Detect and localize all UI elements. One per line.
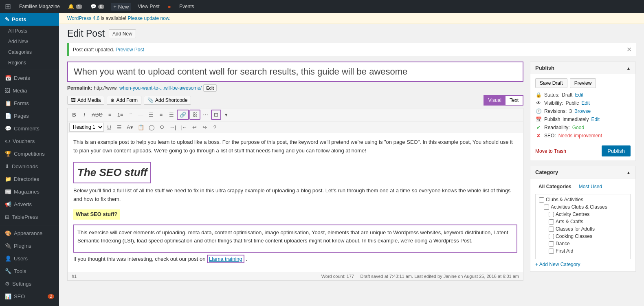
link-button[interactable]: 🔗 <box>177 110 189 120</box>
cat-item-cooking[interactable]: Cooking Classes <box>537 233 629 240</box>
llama-training-link[interactable]: Llama training <box>209 256 242 262</box>
italic-button[interactable]: I <box>79 110 89 119</box>
text-tab[interactable]: Text <box>506 96 523 105</box>
paste-button[interactable]: 📋 <box>136 123 146 132</box>
permalink-slug[interactable]: when-you-want-to-...will-be-awesome/ <box>119 85 202 91</box>
underline-button[interactable]: U <box>104 123 114 132</box>
add-new-button[interactable]: Add New <box>109 29 136 38</box>
sidebar-subitem-regions[interactable]: Regions <box>0 57 59 68</box>
sidebar-item-events[interactable]: 📅 Events <box>0 72 59 84</box>
save-draft-button[interactable]: Save Draft <box>535 78 567 88</box>
publish-edit-link[interactable]: Edit <box>591 117 600 122</box>
preview-button[interactable]: Preview <box>570 78 596 88</box>
cat-checkbox-activity-centres[interactable] <box>549 212 554 217</box>
align-right-button[interactable]: ☰ <box>167 110 176 119</box>
blockquote-button[interactable]: " <box>126 110 136 119</box>
insert-more-button[interactable]: ⋯ <box>201 110 211 119</box>
cat-checkbox-arts-crafts[interactable] <box>549 219 554 225</box>
sidebar-item-seo[interactable]: 📊 SEO 2 <box>0 290 59 303</box>
wp-version-link[interactable]: WordPress 4.6 <box>67 15 99 21</box>
all-categories-tab[interactable]: All Categories <box>535 183 575 191</box>
sidebar-item-forms[interactable]: 📋 Forms <box>0 97 59 110</box>
move-trash-link[interactable]: Move to Trash <box>535 148 566 154</box>
cat-item-clubs[interactable]: Clubs & Activities <box>537 196 629 203</box>
add-category-link[interactable]: + Add New Category <box>535 262 631 267</box>
sidebar-item-posts[interactable]: ✎ Posts <box>0 13 59 26</box>
notification-icon[interactable]: 🔔 1 <box>66 4 84 9</box>
wp-logo-icon[interactable]: ⊞ <box>3 2 13 11</box>
new-button[interactable]: + New <box>111 3 131 11</box>
outdent-button[interactable]: |← <box>178 123 189 132</box>
text-color-button[interactable]: A▾ <box>125 123 135 132</box>
align-center-button[interactable]: ≡ <box>156 110 166 119</box>
add-shortcode-button[interactable]: 📎 Add Shortcode <box>144 96 191 105</box>
publish-collapse-icon[interactable] <box>626 65 631 71</box>
sidebar-item-vouchers[interactable]: 🏷 Vouchers <box>0 135 59 147</box>
toolbar-toggle-button[interactable]: ▾ <box>222 110 231 119</box>
bold-button[interactable]: B <box>69 110 79 119</box>
ordered-list-button[interactable]: 1≡ <box>115 110 125 119</box>
cat-item-dance[interactable]: Dance <box>537 240 629 247</box>
post-title-input[interactable] <box>67 62 523 82</box>
sidebar-item-tools[interactable]: 🔧 Tools <box>0 265 59 277</box>
sidebar-item-downloads[interactable]: ⬇ Downloads <box>0 160 59 173</box>
update-now-link[interactable]: Please update now. <box>128 15 171 21</box>
cat-checkbox-clubs[interactable] <box>539 197 544 203</box>
help-button[interactable]: ? <box>210 123 220 132</box>
events-link[interactable]: Events <box>178 4 196 9</box>
heading-select[interactable]: Heading 1 <box>69 123 104 132</box>
fullscreen-button[interactable]: ⊡ <box>211 110 221 120</box>
cat-checkbox-dance[interactable] <box>549 241 554 247</box>
sidebar-item-tablepress[interactable]: ⊞ TablePress <box>0 211 59 223</box>
sidebar-item-magazines[interactable]: 📰 Magazines <box>0 185 59 198</box>
sidebar-item-pages[interactable]: 📄 Pages <box>0 110 59 122</box>
view-post-link[interactable]: View Post <box>136 4 161 9</box>
justify-button[interactable]: ☰ <box>114 123 124 132</box>
comments-icon[interactable]: 💬 0 <box>89 4 106 9</box>
sidebar-item-plugins[interactable]: 🔌 Plugins <box>0 240 59 252</box>
cat-item-classes-adults[interactable]: Classes for Adults <box>537 225 629 233</box>
sidebar-item-appearance[interactable]: 🎨 Appearance <box>0 227 59 240</box>
cat-item-activity-centres[interactable]: Activity Centres <box>537 211 629 218</box>
cat-item-activities[interactable]: Activities Clubs & Classes <box>537 203 629 211</box>
sidebar-subitem-categories[interactable]: Categories <box>0 47 59 57</box>
cat-checkbox-activities[interactable] <box>544 205 549 210</box>
cat-item-first-aid[interactable]: First Aid <box>537 247 629 255</box>
add-media-button[interactable]: 🖼 Add Media <box>67 96 104 105</box>
visual-tab[interactable]: Visual <box>484 96 506 105</box>
sidebar-item-adverts[interactable]: 📢 Adverts <box>0 198 59 211</box>
sidebar-subitem-add-new[interactable]: Add New <box>0 36 59 47</box>
notice-close-button[interactable]: ✕ <box>626 46 632 53</box>
indent-button[interactable]: →| <box>167 123 178 132</box>
sidebar-item-comments[interactable]: 💬 Comments <box>0 122 59 135</box>
category-collapse-icon[interactable] <box>626 169 631 175</box>
status-edit-link[interactable]: Edit <box>575 92 583 98</box>
sidebar-item-settings[interactable]: ⚙ Settings <box>0 277 59 290</box>
cat-checkbox-classes-adults[interactable] <box>549 227 554 232</box>
cat-checkbox-first-aid[interactable] <box>549 249 554 254</box>
clear-format-button[interactable]: ◯ <box>147 123 157 132</box>
permalink-edit-button[interactable]: Edit <box>203 84 217 92</box>
publish-button[interactable]: Publish <box>602 145 631 156</box>
cat-checkbox-cooking[interactable] <box>549 234 554 239</box>
redo-button[interactable]: ↪ <box>200 123 209 132</box>
unlink-button[interactable]: ⛓ <box>189 110 200 120</box>
sidebar-item-competitions[interactable]: 🏆 Competitions <box>0 147 59 160</box>
site-name[interactable]: Families Magazine <box>18 4 62 9</box>
strikethrough-button[interactable]: ABC <box>90 110 105 119</box>
most-used-tab[interactable]: Most Used <box>576 183 605 191</box>
revisions-browse-link[interactable]: Browse <box>574 108 591 114</box>
sidebar-subitem-all-posts[interactable]: All Posts <box>0 26 59 36</box>
visibility-edit-link[interactable]: Edit <box>581 100 590 106</box>
horizontal-rule-button[interactable]: — <box>136 110 146 119</box>
preview-post-link[interactable]: Preview Post <box>116 47 144 53</box>
special-chars-button[interactable]: Ω <box>157 123 167 132</box>
add-form-button[interactable]: ⊕ Add Form <box>107 96 141 105</box>
sidebar-item-directories[interactable]: 📁 Directories <box>0 173 59 185</box>
sidebar-item-users[interactable]: 👤 Users <box>0 252 59 265</box>
sidebar-item-media[interactable]: 🖼 Media <box>0 84 59 97</box>
cat-item-arts-crafts[interactable]: Arts & Crafts <box>537 218 629 225</box>
align-left-button[interactable]: ☰ <box>146 110 156 119</box>
unordered-list-button[interactable]: ≡ <box>105 110 115 119</box>
undo-button[interactable]: ↩ <box>189 123 199 132</box>
